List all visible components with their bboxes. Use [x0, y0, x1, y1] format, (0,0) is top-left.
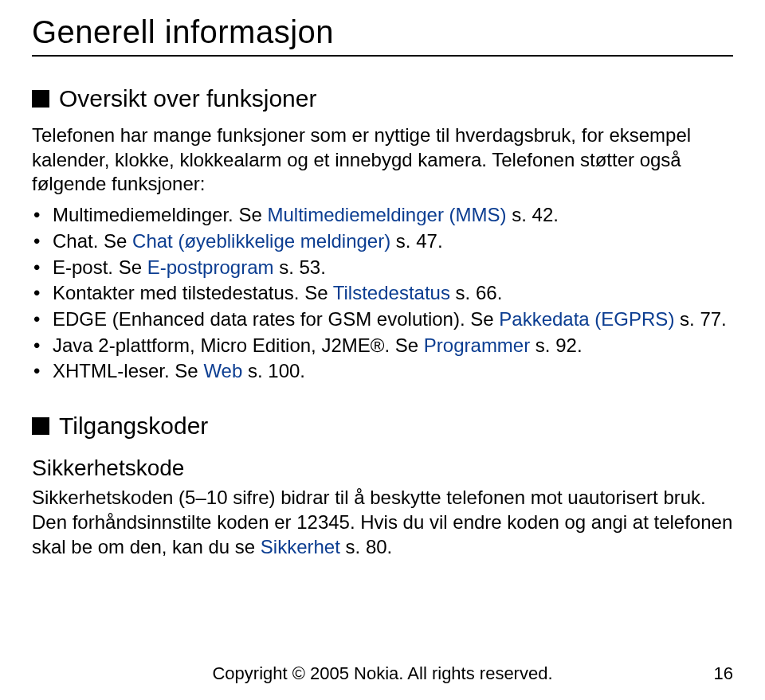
subsection-title: Sikkerhetskode: [32, 456, 733, 481]
list-item-text: Java 2-plattform, Micro Edition, J2ME®. …: [53, 334, 424, 356]
list-item: XHTML-leser. Se Web s. 100.: [32, 359, 733, 384]
list-item: E-post. Se E-postprogram s. 53.: [32, 256, 733, 280]
link-multimediemeldinger[interactable]: Multimediemeldinger (MMS): [267, 204, 506, 225]
page-title: Generell informasjon: [32, 14, 733, 57]
list-item-suffix: s. 77.: [674, 308, 726, 330]
list-item-suffix: s. 92.: [530, 334, 582, 356]
list-item: Chat. Se Chat (øyeblikkelige meldinger) …: [32, 229, 733, 254]
list-item-suffix: s. 42.: [507, 204, 559, 225]
link-chat[interactable]: Chat (øyeblikkelige meldinger): [132, 230, 390, 252]
list-item-text: E-post. Se: [53, 256, 147, 278]
square-bullet-icon: [32, 417, 49, 435]
list-item-suffix: s. 47.: [390, 230, 442, 252]
list-item-suffix: s. 53.: [273, 256, 325, 278]
document-page: Generell informasjon Oversikt over funks…: [0, 0, 765, 700]
list-item: EDGE (Enhanced data rates for GSM evolut…: [32, 307, 733, 332]
link-web[interactable]: Web: [203, 360, 242, 381]
link-tilstedestatus[interactable]: Tilstedestatus: [333, 282, 450, 303]
section-oversikt: Oversikt over funksjoner Telefonen har m…: [32, 85, 733, 384]
body-suffix: s. 80.: [340, 536, 392, 557]
list-item: Java 2-plattform, Micro Edition, J2ME®. …: [32, 334, 733, 358]
intro-paragraph: Telefonen har mange funksjoner som er ny…: [32, 123, 733, 197]
link-pakkedata[interactable]: Pakkedata (EGPRS): [499, 308, 674, 330]
list-item-text: Kontakter med tilstedestatus. Se: [53, 282, 333, 303]
subsection-body: Sikkerhetskoden (5–10 sifre) bidrar til …: [32, 486, 733, 559]
square-bullet-icon: [32, 90, 49, 108]
link-programmer[interactable]: Programmer: [424, 334, 530, 356]
page-number: 16: [714, 663, 733, 684]
section-tilgangskoder: Tilgangskoder Sikkerhetskode Sikkerhetsk…: [32, 413, 733, 559]
copyright-footer: Copyright © 2005 Nokia. All rights reser…: [0, 663, 765, 684]
link-epost[interactable]: E-postprogram: [147, 256, 274, 278]
feature-list: Multimediemeldinger. Se Multimediemeldin…: [32, 203, 733, 384]
section-heading: Tilgangskoder: [32, 413, 733, 440]
list-item-text: Chat. Se: [53, 230, 132, 252]
list-item-text: EDGE (Enhanced data rates for GSM evolut…: [53, 308, 499, 330]
list-item: Kontakter med tilstedestatus. Se Tilsted…: [32, 281, 733, 306]
list-item-text: Multimediemeldinger. Se: [53, 204, 267, 225]
section-heading-text: Tilgangskoder: [59, 413, 208, 440]
list-item-suffix: s. 100.: [242, 360, 305, 381]
list-item-text: XHTML-leser. Se: [53, 360, 203, 381]
link-sikkerhet[interactable]: Sikkerhet: [261, 536, 340, 557]
list-item-suffix: s. 66.: [450, 282, 502, 303]
section-heading: Oversikt over funksjoner: [32, 85, 733, 112]
list-item: Multimediemeldinger. Se Multimediemeldin…: [32, 203, 733, 228]
section-heading-text: Oversikt over funksjoner: [59, 85, 316, 112]
